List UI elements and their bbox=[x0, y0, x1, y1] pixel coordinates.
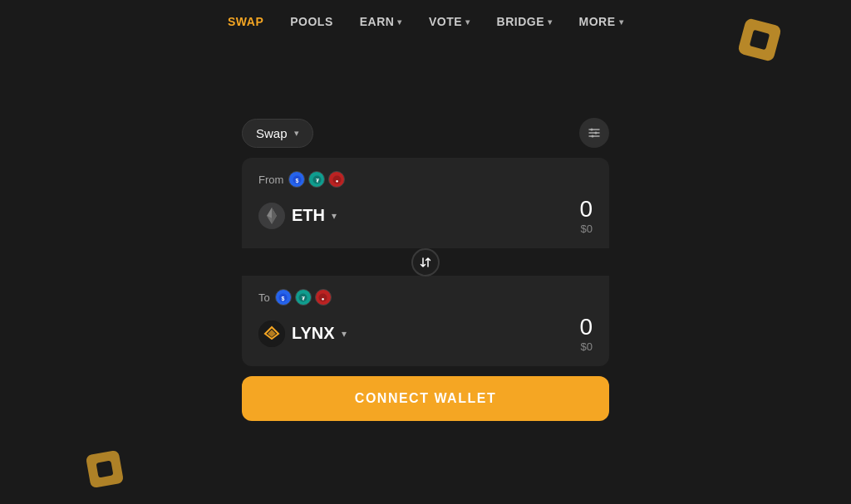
to-amount-value: 0 bbox=[579, 314, 593, 340]
to-icon-2: ₮ bbox=[295, 289, 312, 306]
from-amount: 0 $0 bbox=[579, 196, 593, 235]
to-icon-3: ● bbox=[315, 289, 332, 306]
switch-btn-container bbox=[242, 248, 609, 276]
svg-rect-3 bbox=[96, 461, 114, 478]
svg-text:$: $ bbox=[295, 177, 298, 183]
to-amount: 0 $0 bbox=[579, 314, 593, 353]
svg-point-7 bbox=[591, 129, 593, 131]
swap-card: Swap ▾ From bbox=[242, 118, 609, 421]
to-token-name: LYNX bbox=[292, 324, 335, 343]
from-label: From $ ₮ bbox=[258, 171, 593, 188]
from-icon-3: ● bbox=[328, 171, 345, 188]
switch-tokens-button[interactable] bbox=[411, 248, 440, 276]
nav-vote[interactable]: VOTE ▾ bbox=[429, 15, 470, 28]
svg-rect-2 bbox=[86, 450, 124, 488]
to-usd-value: $0 bbox=[579, 340, 593, 353]
from-token-row: ETH ▾ 0 $0 bbox=[258, 196, 593, 235]
to-token-icons: $ ₮ ● bbox=[275, 289, 332, 306]
swap-type-selector[interactable]: Swap ▾ bbox=[242, 119, 313, 148]
main-content: Swap ▾ From bbox=[0, 40, 851, 499]
swap-type-chevron-icon: ▾ bbox=[294, 128, 299, 139]
swap-top-row: Swap ▾ bbox=[242, 118, 609, 148]
connect-wallet-button[interactable]: CONNECT WALLET bbox=[242, 376, 609, 421]
to-label: To $ ₮ bbox=[258, 289, 593, 306]
to-token-selector[interactable]: LYNX ▾ bbox=[258, 321, 347, 347]
svg-text:●: ● bbox=[322, 296, 325, 301]
from-icon-2: ₮ bbox=[308, 171, 325, 188]
svg-point-9 bbox=[592, 135, 594, 138]
to-token-chevron-icon: ▾ bbox=[342, 328, 347, 340]
from-token-selector[interactable]: ETH ▾ bbox=[258, 203, 337, 229]
main-nav: SWAP POOLS EARN ▾ VOTE ▾ BRIDGE ▾ MORE ▾ bbox=[0, 0, 851, 40]
to-token-row: LYNX ▾ 0 $0 bbox=[258, 314, 593, 353]
swap-type-label: Swap bbox=[256, 126, 288, 140]
from-usd-value: $0 bbox=[579, 223, 593, 235]
nav-more[interactable]: MORE ▾ bbox=[579, 15, 624, 28]
nav-pools[interactable]: POOLS bbox=[290, 15, 333, 28]
earn-chevron-icon: ▾ bbox=[397, 17, 402, 27]
eth-logo bbox=[258, 203, 285, 229]
from-token-icons: $ ₮ ● bbox=[288, 171, 345, 188]
settings-button[interactable] bbox=[579, 118, 609, 148]
svg-text:$: $ bbox=[282, 295, 285, 301]
from-panel: From $ ₮ bbox=[242, 158, 609, 249]
nav-swap[interactable]: SWAP bbox=[228, 15, 263, 28]
lynx-logo bbox=[258, 321, 285, 347]
from-token-chevron-icon: ▾ bbox=[332, 210, 337, 222]
nav-bridge[interactable]: BRIDGE ▾ bbox=[497, 15, 553, 28]
from-amount-value: 0 bbox=[579, 196, 593, 223]
nav-earn[interactable]: EARN ▾ bbox=[360, 15, 402, 28]
to-panel: To $ ₮ bbox=[242, 276, 609, 366]
settings-icon bbox=[588, 126, 601, 139]
bridge-chevron-icon: ▾ bbox=[548, 17, 553, 27]
more-chevron-icon: ▾ bbox=[619, 17, 624, 27]
deco-logo-bottom-left bbox=[83, 448, 126, 491]
from-icon-1: $ bbox=[288, 171, 305, 188]
from-token-name: ETH bbox=[292, 206, 325, 225]
svg-text:●: ● bbox=[336, 178, 339, 183]
vote-chevron-icon: ▾ bbox=[465, 17, 470, 27]
to-icon-1: $ bbox=[275, 289, 292, 306]
svg-point-8 bbox=[595, 132, 598, 135]
